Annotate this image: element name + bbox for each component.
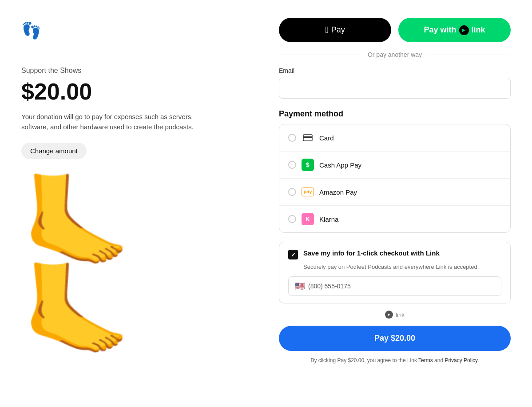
- link-pay-suffix: link: [472, 25, 485, 35]
- divider-text: Or pay another way: [368, 51, 422, 58]
- link-circle-icon: ►: [385, 311, 393, 319]
- radio-cashapp[interactable]: [288, 161, 296, 169]
- save-info-box: ✓ Save my info for 1-click checkout with…: [279, 242, 511, 303]
- or-divider: Or pay another way: [279, 51, 511, 58]
- left-panel: 👣 Support the Shows $20.00 Your donation…: [0, 0, 258, 407]
- svg-rect-1: [303, 136, 312, 138]
- logo-icon: 👣: [21, 21, 236, 40]
- link-footer: ► link: [279, 311, 511, 319]
- link-pay-button[interactable]: Pay with ► link: [398, 18, 511, 42]
- pay-button[interactable]: Pay $20.00: [279, 326, 511, 351]
- divider-line-right: [427, 55, 511, 55]
- phone-input-row[interactable]: 🇺🇸 (800) 555-0175: [288, 276, 501, 296]
- payment-option-card[interactable]: Card: [279, 124, 510, 152]
- payment-method-label: Payment method: [279, 109, 511, 119]
- email-label: Email: [279, 67, 511, 74]
- klarna-icon: K: [302, 213, 314, 225]
- radio-card[interactable]: [288, 134, 296, 142]
- amazon-label: Amazon Pay: [319, 188, 357, 196]
- card-icon: [302, 132, 314, 144]
- cashapp-icon: $: [302, 159, 314, 171]
- email-input[interactable]: [279, 78, 511, 99]
- payment-options-list: Card $ Cash App Pay pay Amazon Pay K Kla…: [279, 124, 511, 233]
- amazon-icon: pay: [302, 186, 314, 198]
- apple-pay-button[interactable]:  Pay: [279, 18, 391, 42]
- description-text: Your donation will go to pay for expense…: [21, 112, 208, 132]
- save-info-title: Save my info for 1-click checkout with L…: [303, 249, 440, 257]
- feet-illustration: 🦶🦶: [21, 177, 236, 355]
- link-arrow-icon: ►: [459, 25, 469, 35]
- radio-amazon[interactable]: [288, 188, 296, 196]
- right-panel:  Pay Pay with ► link Or pay another way…: [258, 0, 532, 407]
- cashapp-label: Cash App Pay: [319, 161, 361, 169]
- payment-option-cashapp[interactable]: $ Cash App Pay: [279, 152, 510, 179]
- payment-option-klarna[interactable]: K Klarna: [279, 206, 510, 232]
- klarna-label: Klarna: [319, 215, 338, 223]
- donation-amount: $20.00: [21, 78, 236, 105]
- link-pay-prefix: Pay with: [424, 25, 456, 35]
- radio-klarna[interactable]: [288, 215, 296, 223]
- support-label: Support the Shows: [21, 67, 236, 75]
- save-info-checkbox[interactable]: ✓: [288, 250, 298, 259]
- quick-pay-buttons:  Pay Pay with ► link: [279, 18, 511, 42]
- payment-option-amazon[interactable]: pay Amazon Pay: [279, 179, 510, 206]
- flag-icon: 🇺🇸: [295, 281, 305, 291]
- change-amount-button[interactable]: Change amount: [21, 143, 87, 159]
- card-label: Card: [319, 134, 334, 142]
- apple-pay-label: Pay: [331, 25, 345, 35]
- save-info-header: ✓ Save my info for 1-click checkout with…: [288, 249, 501, 259]
- apple-icon: : [325, 25, 328, 35]
- phone-number: (800) 555-0175: [308, 283, 351, 290]
- save-info-description: Securely pay on Podfeet Podcasts and eve…: [303, 263, 501, 271]
- terms-text: By clicking Pay $20.00, you agree to the…: [279, 356, 511, 364]
- link-label: link: [396, 311, 405, 318]
- privacy-link[interactable]: Privacy Policy: [445, 357, 477, 363]
- terms-link[interactable]: Terms: [418, 357, 433, 363]
- divider-line-left: [279, 55, 362, 55]
